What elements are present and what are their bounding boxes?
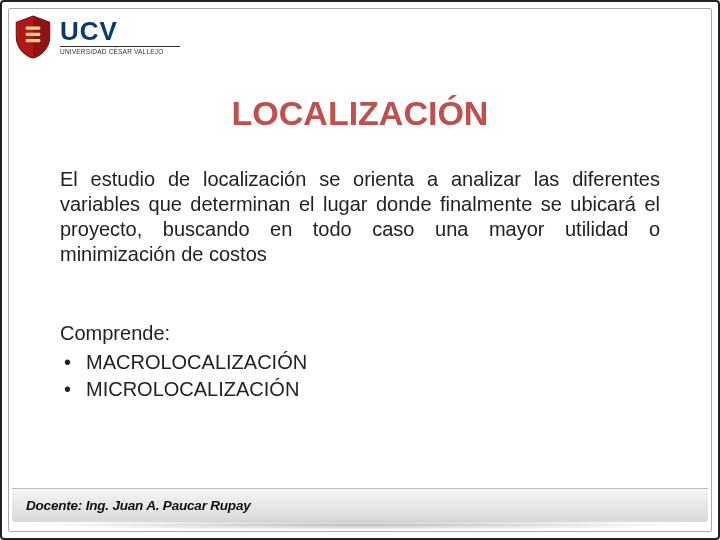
- footer-label: Docente: Ing. Juan A. Paucar Rupay: [26, 498, 251, 513]
- slide: UCV UNIVERSIDAD CÉSAR VALLEJO LOCALIZACI…: [0, 0, 720, 540]
- svg-rect-2: [26, 39, 41, 42]
- footer-bar: Docente: Ing. Juan A. Paucar Rupay: [12, 488, 708, 522]
- body-paragraph: El estudio de localización se orienta a …: [60, 167, 660, 267]
- logo-text: UCV UNIVERSIDAD CÉSAR VALLEJO: [60, 18, 180, 56]
- svg-rect-0: [26, 27, 41, 30]
- logo-sub: UNIVERSIDAD CÉSAR VALLEJO: [60, 49, 180, 56]
- list-item: MACROLOCALIZACIÓN: [60, 349, 660, 376]
- list-heading: Comprende:: [60, 320, 660, 347]
- slide-title: LOCALIZACIÓN: [2, 94, 718, 133]
- logo-main: UCV: [60, 18, 180, 44]
- shield-icon: [12, 14, 54, 60]
- list-item: MICROLOCALIZACIÓN: [60, 376, 660, 403]
- bullet-list: MACROLOCALIZACIÓN MICROLOCALIZACIÓN: [60, 349, 660, 403]
- svg-rect-1: [26, 33, 41, 36]
- inner-border: [8, 8, 712, 532]
- list-block: Comprende: MACROLOCALIZACIÓN MICROLOCALI…: [60, 320, 660, 403]
- university-logo: UCV UNIVERSIDAD CÉSAR VALLEJO: [12, 12, 182, 62]
